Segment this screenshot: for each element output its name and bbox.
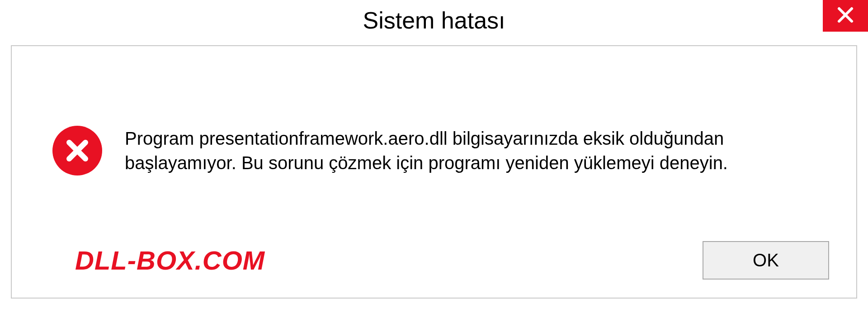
title-bar: Sistem hatası (0, 0, 868, 41)
ok-button[interactable]: OK (703, 241, 829, 280)
footer-area: DLL-BOX.COM OK (12, 241, 856, 298)
close-button[interactable] (823, 0, 868, 32)
error-icon (52, 126, 102, 175)
dialog-title: Sistem hatası (363, 7, 505, 34)
watermark-text: DLL-BOX.COM (75, 245, 265, 275)
close-icon (836, 6, 854, 26)
content-area: Program presentationframework.aero.dll b… (12, 46, 856, 241)
ok-button-label: OK (753, 250, 779, 270)
error-message: Program presentationframework.aero.dll b… (125, 126, 803, 175)
dialog-body: Program presentationframework.aero.dll b… (11, 45, 857, 299)
